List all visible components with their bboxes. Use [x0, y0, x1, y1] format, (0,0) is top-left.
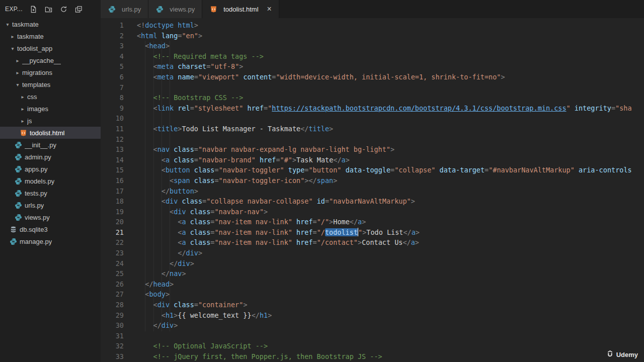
line-number[interactable]: 4: [101, 51, 137, 62]
line-number[interactable]: 8: [101, 93, 137, 103]
tree-file-urls.py[interactable]: urls.py: [0, 199, 101, 211]
tree-file-manage.py[interactable]: manage.py: [0, 235, 101, 247]
line-number[interactable]: 20: [101, 217, 137, 227]
chevron-down-icon: ▾: [9, 46, 16, 51]
line-number[interactable]: 21: [101, 227, 137, 238]
line-number[interactable]: 9: [101, 103, 137, 114]
line-number[interactable]: 12: [101, 134, 137, 145]
tree-file-views.py[interactable]: views.py: [0, 211, 101, 223]
code-line[interactable]: <meta charset="utf-8">: [137, 61, 644, 72]
line-number[interactable]: 32: [101, 341, 137, 351]
code-line[interactable]: <a class="nav-item nav-link" href="/todo…: [137, 227, 644, 238]
line-number[interactable]: 33: [101, 351, 137, 362]
code-line[interactable]: <h1>{{ welcome_text }}</h1>: [137, 310, 644, 321]
code-line[interactable]: <a class="nav-item nav-link" href="/">Ho…: [137, 217, 644, 227]
line-number[interactable]: 16: [101, 175, 137, 186]
code-line[interactable]: <head>: [137, 41, 644, 51]
line-number[interactable]: 22: [101, 237, 137, 248]
python-file-icon: [9, 238, 18, 245]
code-line[interactable]: </head>: [137, 279, 644, 290]
line-number[interactable]: 19: [101, 207, 137, 217]
line-number[interactable]: 30: [101, 320, 137, 331]
code-content[interactable]: <!doctype html><html lang="en"> <head> <…: [137, 18, 644, 362]
line-number[interactable]: 11: [101, 124, 137, 134]
tree-folder-templates[interactable]: ▾templates: [0, 78, 101, 90]
code-line[interactable]: <html lang="en">: [137, 31, 644, 41]
line-number[interactable]: 2: [101, 31, 137, 41]
tree-folder-taskmate[interactable]: ▾taskmate: [0, 18, 101, 30]
tree-file-todolist.html[interactable]: todolist.html: [0, 127, 101, 139]
tree-file-admin.py[interactable]: admin.py: [0, 151, 101, 163]
code-line[interactable]: [137, 134, 644, 145]
code-line[interactable]: <!doctype html>: [137, 20, 644, 31]
tree-folder-images[interactable]: ▸images: [0, 103, 101, 115]
code-line[interactable]: [137, 82, 644, 93]
line-number[interactable]: 17: [101, 186, 137, 197]
code-line[interactable]: <!-- Optional JavaScript -->: [137, 341, 644, 351]
code-line[interactable]: <button class="navbar-toggler" type="but…: [137, 165, 644, 175]
tree-item-label: urls.py: [25, 202, 44, 209]
line-number[interactable]: 13: [101, 144, 137, 155]
line-number[interactable]: 23: [101, 248, 137, 258]
line-number[interactable]: 5: [101, 61, 137, 72]
code-line[interactable]: <!-- Required meta tags -->: [137, 51, 644, 62]
code-line[interactable]: <div class="container">: [137, 300, 644, 310]
tree-folder-__pycache__[interactable]: ▸__pycache__: [0, 54, 101, 66]
code-line[interactable]: [137, 113, 644, 124]
tree-file-db.sqlite3[interactable]: db.sqlite3: [0, 223, 101, 235]
new-file-icon[interactable]: [30, 6, 37, 13]
line-number[interactable]: 7: [101, 82, 137, 93]
line-number-gutter[interactable]: 1234567891011121314151617181920212223242…: [101, 18, 137, 362]
new-folder-icon[interactable]: [45, 6, 52, 13]
code-line[interactable]: </button>: [137, 186, 644, 197]
code-line[interactable]: <body>: [137, 289, 644, 300]
line-number[interactable]: 18: [101, 196, 137, 207]
code-line[interactable]: <title>Todo List Masnager - Taskmate</ti…: [137, 124, 644, 134]
code-line[interactable]: [137, 331, 644, 341]
line-number[interactable]: 28: [101, 300, 137, 310]
line-number[interactable]: 10: [101, 113, 137, 124]
close-icon[interactable]: ×: [267, 5, 272, 13]
code-line[interactable]: <span class="navbar-toggler-icon"></span…: [137, 175, 644, 186]
line-number[interactable]: 15: [101, 165, 137, 175]
code-line[interactable]: </div>: [137, 320, 644, 331]
code-line[interactable]: <a class="navbar-brand" href="#">Task Ma…: [137, 155, 644, 165]
line-number[interactable]: 3: [101, 41, 137, 51]
code-line[interactable]: </div>: [137, 248, 644, 258]
tree-file-models.py[interactable]: models.py: [0, 175, 101, 187]
collapse-all-icon[interactable]: [75, 6, 83, 13]
tab-urls.py[interactable]: urls.py: [101, 0, 148, 18]
line-number[interactable]: 25: [101, 268, 137, 279]
tree-item-label: migrations: [22, 69, 52, 76]
tree-file-__init__.py[interactable]: __init__.py: [0, 139, 101, 151]
code-editor[interactable]: 1234567891011121314151617181920212223242…: [101, 18, 644, 362]
tree-folder-todolist_app[interactable]: ▾todolist_app: [0, 42, 101, 54]
code-line[interactable]: <meta name="viewport" content="width=dev…: [137, 72, 644, 82]
tree-file-apps.py[interactable]: apps.py: [0, 163, 101, 175]
line-number[interactable]: 31: [101, 331, 137, 341]
tree-folder-css[interactable]: ▸css: [0, 90, 101, 103]
code-line[interactable]: <!-- jQuery first, then Popper.js, then …: [137, 351, 644, 362]
tree-file-tests.py[interactable]: tests.py: [0, 187, 101, 199]
code-line[interactable]: <!-- Bootstrap CSS -->: [137, 93, 644, 103]
code-line[interactable]: <a class="nav-item nav-link" href="/cont…: [137, 237, 644, 248]
code-line[interactable]: </nav>: [137, 268, 644, 279]
line-number[interactable]: 26: [101, 279, 137, 290]
code-line[interactable]: </div>: [137, 258, 644, 269]
line-number[interactable]: 1: [101, 20, 137, 31]
code-line[interactable]: <link rel="stylesheet" href="https://sta…: [137, 103, 644, 114]
code-line[interactable]: <div class="collapse navbar-collapse" id…: [137, 196, 644, 207]
refresh-icon[interactable]: [60, 6, 67, 13]
line-number[interactable]: 27: [101, 289, 137, 300]
tree-folder-js[interactable]: ▸js: [0, 115, 101, 127]
tree-folder-taskmate[interactable]: ▸taskmate: [0, 30, 101, 42]
tab-todolist.html[interactable]: todolist.html×: [202, 0, 279, 18]
line-number[interactable]: 24: [101, 258, 137, 269]
tree-folder-migrations[interactable]: ▸migrations: [0, 66, 101, 78]
line-number[interactable]: 6: [101, 72, 137, 82]
code-line[interactable]: <div class="navbar-nav">: [137, 207, 644, 217]
tab-views.py[interactable]: views.py: [148, 0, 202, 18]
line-number[interactable]: 29: [101, 310, 137, 321]
code-line[interactable]: <nav class="navbar navbar-expand-lg navb…: [137, 144, 644, 155]
line-number[interactable]: 14: [101, 155, 137, 165]
